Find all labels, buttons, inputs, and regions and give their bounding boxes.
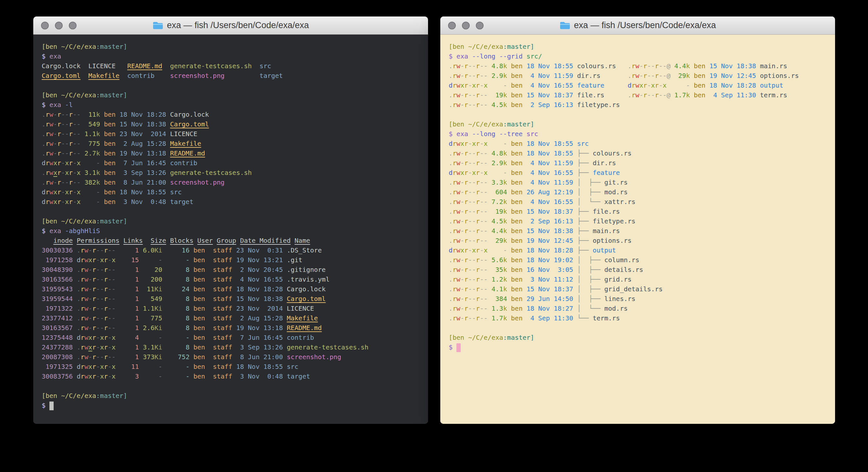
text [139,285,143,293]
perm-bit: w [457,266,460,273]
perm-bit: - [659,72,662,80]
terminal-line: 31959544 .rw-r--r-- 1 549 8 ben staff 15… [42,294,420,303]
perm-bit: - [53,111,57,118]
permissions: drwxr-xr-x [42,159,81,167]
text [488,140,491,147]
file-size: k [503,101,507,109]
perm-bit: x [65,159,69,167]
text [100,198,104,206]
perm-bit: r [453,169,457,177]
text: options.rs [593,237,631,244]
date-modified: 4 Sep 11:30 [527,314,574,322]
terminal-output[interactable]: [ben ~/C/e/exa:master]$ exaCargo.lock LI… [33,35,428,424]
date-modified: 18 Nov 18:28 [709,82,756,89]
perm-bit: - [112,275,116,283]
terminal-line: 12375448 drwxr-xr-x 4 - - ben staff 7 Ju… [42,333,420,342]
file-owner: ben [193,314,205,322]
perm-bit: . [42,130,45,138]
text [507,275,511,283]
perm-bit: - [460,217,464,225]
file-owner: ben [193,324,205,332]
perm-bit: w [457,169,460,177]
file-size: 29 [492,237,503,244]
date-modified: 4 Nov 16:55 [527,169,574,177]
perm-bit: - [472,91,476,99]
perm-bit: w [84,256,88,264]
close-button[interactable] [41,22,49,29]
date-modified: 18 Nov 18:28 [120,111,166,118]
perm-bit: - [468,159,472,167]
perm-bit: - [76,140,81,147]
permissions: drwxr-xr-x [449,82,488,89]
date-modified: 18 Nov 18:55 [120,188,166,196]
perm-bit: r [643,91,647,99]
text [573,101,577,109]
text [488,62,491,70]
file-size: - [492,140,507,147]
permissions: .rw-r--r-- [42,130,81,138]
perm-bit: - [468,256,472,264]
file-size: - [492,140,507,147]
zoom-button[interactable] [476,22,484,29]
blocks: 8 [166,295,189,303]
terminal-line: 23377412 .rw-r--r-- 1 775 8 ben staff 2 … [42,313,420,323]
perm-bit: d [628,82,631,89]
perm-bit: r [57,178,61,186]
file-size: k [503,198,507,206]
perm-bit: r [631,82,636,89]
file-size: k [503,72,507,80]
blocks: 8 [166,314,189,322]
perm-bit: r [476,208,480,215]
perm-bit: r [57,169,61,177]
text [190,343,193,351]
text [507,266,511,273]
perm-bit: - [468,91,472,99]
text: xattr.rs [604,198,636,206]
perm-bit: . [76,343,81,351]
perm-bit: r [92,304,96,312]
perm-bit: . [628,72,631,80]
file-group: staff [213,275,232,283]
cursor [457,343,461,352]
close-button[interactable] [448,22,456,29]
perm-bit: r [453,295,457,303]
perm-bit: - [112,295,116,303]
tree-branch: ├── [577,159,592,167]
text [166,188,170,196]
perm-bit: w [457,256,460,264]
perm-bit: w [84,285,88,293]
file-size: - [675,82,690,89]
prompt-branch: :master] [96,43,127,51]
perm-bit: r [69,188,73,196]
text [690,91,694,99]
zoom-button[interactable] [69,22,76,29]
text [162,334,166,342]
perm-bit: - [65,111,69,118]
file-size: 11k [85,111,100,118]
file-size: 4.4k [492,227,507,235]
minimize-button[interactable] [462,22,470,29]
perm-bit: - [484,314,488,322]
text [116,140,120,147]
file-size: - [492,82,507,89]
links: 11 [120,363,139,371]
perm-bit: r [81,256,84,264]
titlebar[interactable]: exa — fish /Users/ben/Code/exa/exa [33,17,428,35]
perm-bit: x [651,82,655,89]
file-size: k [503,266,507,273]
perm-bit: - [639,91,643,99]
terminal-output[interactable]: [ben ~/C/e/exa:master]$ exa --long --gri… [440,35,835,424]
file-group: staff [213,246,232,254]
perm-bit: r [464,246,468,254]
perm-bit: r [476,266,480,273]
terminal-line: 1971325 drwxr-xr-x 11 - - ben staff 18 N… [42,362,420,372]
command: exa [457,130,468,138]
file-owner: ben [104,178,116,186]
titlebar[interactable]: exa — fish /Users/ben/Code/exa/exa [440,17,835,35]
file-size: - [143,363,162,371]
perm-bit: - [108,266,112,273]
text [232,304,236,312]
links: 1 [120,314,139,322]
minimize-button[interactable] [55,22,63,29]
text [507,91,511,99]
